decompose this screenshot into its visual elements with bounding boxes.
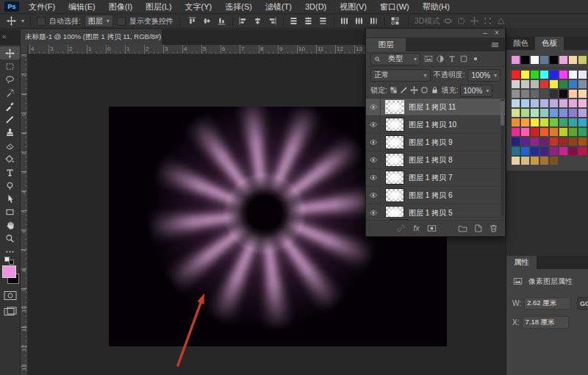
color-swatch[interactable] (521, 109, 529, 117)
color-swatch[interactable] (578, 90, 587, 98)
quick-select-tool[interactable] (0, 86, 20, 99)
layer-thumbnail[interactable] (385, 171, 404, 185)
link-dimensions-button[interactable]: GO (577, 297, 588, 310)
path-select-tool[interactable] (0, 192, 20, 205)
fill-dropdown[interactable]: 100% (460, 85, 493, 97)
color-swatch[interactable] (550, 157, 558, 165)
lock-all-icon[interactable] (430, 85, 440, 96)
color-swatch[interactable] (550, 90, 558, 98)
distribute-left-edges-button[interactable] (338, 15, 351, 27)
new-adjustment-layer-button[interactable] (442, 223, 453, 234)
color-swatch[interactable] (512, 80, 520, 88)
foreground-color-swatch[interactable] (2, 265, 16, 278)
layer-row[interactable]: 图层 1 拷贝 10 (366, 116, 505, 134)
tab-swatches[interactable]: 色板 (535, 37, 564, 50)
document-tab[interactable]: 未标题-1 @ 100% (图层 1 拷贝 11, RGB/8#) * × (21, 29, 162, 45)
lock-artboard-icon[interactable] (420, 85, 430, 96)
eyedropper-tool[interactable] (0, 99, 20, 113)
layer-row[interactable]: 图层 1 拷贝 6 (366, 187, 505, 204)
color-swatch[interactable] (540, 71, 548, 79)
color-swatch[interactable] (550, 109, 558, 117)
minimize-icon[interactable]: – (480, 29, 490, 38)
layers-scrollbar-thumb[interactable] (501, 101, 504, 126)
color-swatch[interactable] (512, 118, 520, 126)
color-swatch[interactable] (559, 138, 567, 146)
color-swatch[interactable] (521, 157, 529, 165)
color-swatch[interactable] (540, 90, 548, 98)
recent-swatch[interactable] (521, 56, 529, 64)
width-field[interactable]: 2.62 厘米 (524, 297, 571, 310)
menu-item-9[interactable]: 窗口(W) (373, 2, 416, 11)
brush-tool[interactable] (0, 113, 20, 126)
distribute-top-edges-button[interactable] (287, 15, 301, 27)
menu-item-7[interactable]: 3D(D) (298, 2, 333, 11)
align-bottom-edges-button[interactable] (215, 15, 229, 27)
color-swatch[interactable] (540, 147, 548, 155)
distribute-horizontal-centers-button[interactable] (353, 15, 366, 27)
color-swatch[interactable] (531, 109, 539, 117)
menu-item-3[interactable]: 图层(L) (139, 2, 178, 11)
color-swatch[interactable] (569, 80, 577, 88)
color-swatch[interactable] (559, 118, 567, 126)
color-swatch[interactable] (531, 90, 539, 98)
color-swatch[interactable] (531, 147, 539, 155)
color-swatch[interactable] (559, 128, 567, 136)
visibility-toggle-eye-icon[interactable] (366, 204, 381, 217)
color-swatch[interactable] (531, 128, 539, 136)
eraser-tool[interactable] (0, 139, 20, 152)
color-swatch[interactable] (569, 99, 577, 107)
align-left-edges-button[interactable] (237, 15, 250, 27)
color-swatch[interactable] (578, 128, 587, 136)
color-swatch[interactable] (550, 147, 558, 155)
color-swatch[interactable] (531, 71, 539, 79)
layer-thumbnail[interactable] (385, 188, 404, 202)
color-swatch[interactable] (569, 109, 577, 117)
distribute-right-edges-button[interactable] (368, 15, 381, 27)
layer-row[interactable]: 图层 1 拷贝 7 (366, 169, 505, 187)
auto-select-checkbox[interactable] (37, 17, 46, 26)
color-swatch[interactable] (521, 71, 529, 79)
color-swatch[interactable] (521, 118, 529, 126)
recent-swatch[interactable] (550, 56, 558, 64)
color-swatch[interactable] (531, 80, 539, 88)
move-tool-icon[interactable] (4, 15, 18, 27)
color-swatch[interactable] (540, 138, 548, 146)
layer-thumbnail[interactable] (385, 135, 404, 149)
align-vertical-centers-button[interactable] (201, 15, 214, 27)
color-swatch[interactable] (578, 138, 587, 146)
recent-swatch[interactable] (531, 56, 539, 64)
color-swatch[interactable] (512, 109, 520, 117)
menu-item-0[interactable]: 文件(F) (22, 2, 62, 11)
color-swatch[interactable] (559, 71, 567, 79)
menu-item-4[interactable]: 文字(Y) (179, 2, 219, 11)
color-swatch[interactable] (512, 128, 520, 136)
color-swatch[interactable] (559, 80, 567, 88)
tool-preset-caret-icon[interactable]: ▾ (21, 18, 24, 24)
color-swatch[interactable] (550, 71, 558, 79)
color-swatch[interactable] (540, 109, 548, 117)
color-swatch[interactable] (569, 118, 577, 126)
move-tool[interactable] (0, 46, 20, 60)
new-group-button[interactable] (457, 223, 468, 234)
filter-type-dropdown[interactable]: 类型 (370, 53, 420, 65)
zoom-tool[interactable] (0, 232, 20, 245)
auto-select-target-dropdown[interactable]: 图层 (85, 15, 113, 27)
photoshop-logo-icon[interactable]: Ps (4, 1, 19, 12)
color-swatch[interactable] (559, 99, 567, 107)
recent-swatch[interactable] (512, 56, 520, 64)
screen-mode-button[interactable] (4, 307, 17, 317)
color-swatch[interactable] (521, 147, 529, 155)
new-layer-button[interactable] (473, 223, 484, 234)
recent-swatch[interactable] (569, 56, 577, 64)
color-swatch[interactable] (550, 99, 558, 107)
color-swatch[interactable] (512, 99, 520, 107)
opacity-dropdown[interactable]: 100% (467, 69, 501, 82)
menu-item-1[interactable]: 编辑(E) (62, 2, 102, 11)
recent-swatch[interactable] (578, 56, 587, 64)
color-swatch[interactable] (569, 138, 577, 146)
color-swatch[interactable] (569, 90, 577, 98)
distribute-bottom-edges-button[interactable] (317, 15, 330, 27)
lock-transparency-icon[interactable] (389, 85, 399, 96)
color-swatch[interactable] (521, 138, 529, 146)
pixel-filter-icon[interactable] (423, 53, 434, 64)
